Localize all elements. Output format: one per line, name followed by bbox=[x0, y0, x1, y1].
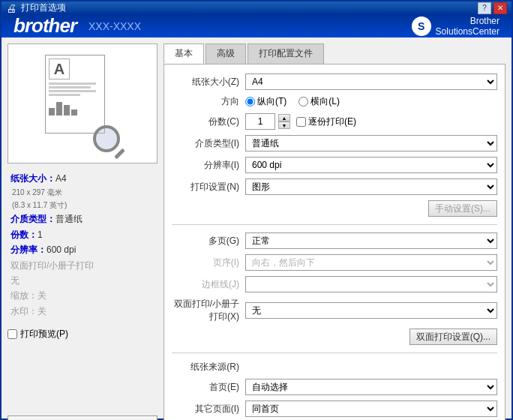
duplex-btn-row: 双面打印设置(Q)... bbox=[172, 328, 497, 345]
landscape-radio-item: 横向(L) bbox=[298, 95, 340, 108]
copies-row: 份数(C) ▲ ▼ 逐份打印(E) bbox=[172, 113, 497, 130]
media-type-row: 介质类型(I) 普通纸 bbox=[172, 135, 497, 152]
tab-basic[interactable]: 基本 bbox=[164, 44, 204, 64]
print-preferences-window: 🖨 打印首选项 ? ✕ brother XXX-XXXX S Brother S… bbox=[0, 0, 513, 420]
first-page-label: 首页(E) bbox=[172, 381, 239, 394]
close-button[interactable]: ✕ bbox=[494, 2, 507, 14]
solutions-line2: SolutionsCenter bbox=[436, 26, 500, 37]
copies-value: 1 bbox=[38, 230, 43, 240]
copies-up-button[interactable]: ▲ bbox=[278, 114, 290, 122]
resolution-value: 600 dpi bbox=[46, 244, 76, 255]
duplex-btn-control: 双面打印设置(Q)... bbox=[245, 328, 497, 345]
divider-1 bbox=[172, 224, 497, 225]
other-pages-label: 其它页面(I) bbox=[172, 403, 239, 416]
paper-source-label: 纸张来源(R) bbox=[172, 361, 239, 374]
preview-a-letter: A bbox=[49, 58, 70, 80]
collate-label: 逐份打印(E) bbox=[308, 116, 356, 128]
tab-advanced[interactable]: 高级 bbox=[206, 44, 246, 64]
multipage-label: 多页(G) bbox=[172, 235, 239, 248]
print-setting-row: 打印设置(N) 图形 bbox=[172, 178, 497, 195]
copies-label: 份数： bbox=[10, 230, 38, 240]
print-preview-checkbox-row: 打印预览(P) bbox=[8, 328, 158, 340]
orientation-row: 方向 纵向(T) 横向(L) bbox=[172, 95, 497, 108]
resolution-select[interactable]: 600 dpi bbox=[245, 157, 497, 173]
header-bar: brother XXX-XXXX S Brother SolutionsCent… bbox=[2, 14, 512, 38]
duplex-label: 双面打印/小册子打印(X) bbox=[172, 298, 239, 323]
preview-line bbox=[49, 90, 96, 92]
resolution-row: 分辨率(I) 600 dpi bbox=[172, 157, 497, 173]
paper-size-select[interactable]: A4 bbox=[245, 74, 497, 90]
right-panel: 基本 高级 打印配置文件 纸张大小(Z) A4 方向 bbox=[164, 44, 506, 420]
title-bar-left: 🖨 打印首选项 bbox=[6, 2, 66, 14]
manual-settings-button[interactable]: 手动设置(S)... bbox=[428, 200, 497, 217]
model-name: XXX-XXXX bbox=[88, 20, 141, 32]
resolution-label: 分辨率(I) bbox=[172, 159, 239, 172]
magnifier-glass bbox=[93, 125, 120, 152]
manual-btn-row: 手动设置(S)... bbox=[172, 200, 497, 217]
chart-bar bbox=[56, 102, 62, 116]
info-resolution: 分辨率：600 dpi bbox=[10, 242, 154, 257]
chart-bar bbox=[71, 110, 77, 116]
preview-area: A bbox=[8, 44, 158, 164]
media-type-label: 介质类型(I) bbox=[172, 137, 239, 150]
border-label: 边框线(J) bbox=[172, 278, 239, 291]
portrait-radio[interactable] bbox=[245, 97, 255, 106]
duplex-label: 双面打印/小册子打印 bbox=[10, 260, 94, 271]
first-page-row: 首页(E) 自动选择 bbox=[172, 379, 497, 395]
multipage-row: 多页(G) 正常 bbox=[172, 232, 497, 249]
left-buttons: 添加配置文件(T)... 服务支持(U)... bbox=[8, 416, 158, 420]
landscape-label: 横向(L) bbox=[310, 95, 340, 108]
info-paper-size: 纸张大小：A4 bbox=[10, 171, 154, 186]
other-pages-row: 其它页面(I) 同首页 bbox=[172, 400, 497, 417]
add-config-button[interactable]: 添加配置文件(T)... bbox=[8, 416, 158, 420]
paper-size-label: 纸张大小(Z) bbox=[172, 76, 239, 88]
preview-chart bbox=[49, 99, 101, 116]
duplex-control: 无 bbox=[245, 302, 497, 319]
page-order-label: 页序(I) bbox=[172, 256, 239, 269]
print-preview-checkbox[interactable] bbox=[8, 329, 17, 339]
info-copies: 份数：1 bbox=[10, 227, 154, 242]
window-title: 打印首选项 bbox=[21, 2, 66, 14]
tab-print-config[interactable]: 打印配置文件 bbox=[248, 44, 324, 64]
copies-input[interactable] bbox=[245, 113, 275, 130]
paper-size-label: 纸张大小： bbox=[10, 173, 56, 184]
print-setting-select[interactable]: 图形 bbox=[245, 178, 497, 195]
page-order-control: 向右，然后向下 bbox=[245, 254, 497, 271]
header-left: brother XXX-XXXX bbox=[14, 14, 141, 38]
paper-size-value: A4 bbox=[56, 173, 67, 184]
border-select[interactable] bbox=[245, 276, 497, 292]
window-icon: 🖨 bbox=[6, 2, 16, 14]
help-button[interactable]: ? bbox=[478, 2, 491, 14]
info-media: 介质类型：普通纸 bbox=[10, 212, 154, 226]
print-setting-label: 打印设置(N) bbox=[172, 181, 239, 194]
media-type-control: 普通纸 bbox=[245, 135, 497, 152]
multipage-select[interactable]: 正常 bbox=[245, 232, 497, 249]
left-panel: A bbox=[8, 44, 158, 420]
orientation-control: 纵向(T) 横向(L) bbox=[245, 95, 497, 108]
info-duplex-value: 无 bbox=[10, 273, 154, 288]
first-page-select[interactable]: 自动选择 bbox=[245, 379, 497, 395]
scaling-value: 关 bbox=[38, 290, 46, 301]
duplex-row: 双面打印/小册子打印(X) 无 bbox=[172, 298, 497, 323]
duplex-settings-button[interactable]: 双面打印设置(Q)... bbox=[410, 328, 497, 345]
collate-label-row: 逐份打印(E) bbox=[296, 116, 356, 128]
info-duplex: 双面打印/小册子打印 bbox=[10, 258, 154, 273]
info-dimensions: 210 x 297 毫米 bbox=[12, 186, 154, 199]
page-order-select[interactable]: 向右，然后向下 bbox=[245, 254, 497, 271]
copies-down-button[interactable]: ▼ bbox=[278, 122, 290, 129]
orientation-label: 方向 bbox=[172, 95, 239, 108]
preview-line bbox=[49, 82, 96, 85]
resolution-control: 600 dpi bbox=[245, 157, 497, 173]
chart-bar bbox=[49, 108, 55, 116]
landscape-radio[interactable] bbox=[298, 97, 308, 106]
copies-control: ▲ ▼ 逐份打印(E) bbox=[245, 113, 497, 130]
portrait-label: 纵向(T) bbox=[257, 95, 286, 108]
title-bar: 🖨 打印首选项 ? ✕ bbox=[2, 2, 512, 14]
media-type-select[interactable]: 普通纸 bbox=[245, 135, 497, 152]
brother-logo: brother bbox=[14, 14, 76, 38]
info-watermark: 水印：关 bbox=[10, 304, 154, 319]
duplex-select[interactable]: 无 bbox=[245, 302, 497, 319]
collate-checkbox[interactable] bbox=[296, 117, 306, 127]
other-pages-select[interactable]: 同首页 bbox=[245, 400, 497, 417]
first-page-control: 自动选择 bbox=[245, 379, 497, 395]
